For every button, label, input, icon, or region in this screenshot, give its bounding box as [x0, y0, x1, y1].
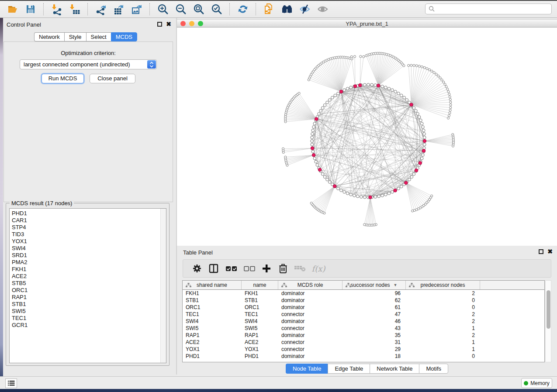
mcds-list-scrollbar[interactable] — [160, 209, 166, 363]
mcds-result-item[interactable]: RAP1 — [12, 294, 166, 301]
import-network-icon[interactable] — [48, 2, 66, 16]
show-all-icon[interactable] — [314, 2, 332, 16]
mcds-result-item[interactable]: SRD1 — [12, 252, 166, 259]
cell-name: STB1 — [242, 297, 278, 303]
export-network-icon[interactable] — [92, 2, 110, 16]
mcds-result-item[interactable]: PMA2 — [12, 259, 166, 266]
console-button[interactable] — [5, 378, 17, 388]
cell-shared-name: SWI4 — [183, 318, 242, 324]
open-file-icon[interactable] — [3, 2, 21, 16]
delete-table-icon[interactable] — [291, 262, 309, 275]
select-all-icon[interactable] — [222, 262, 241, 275]
mcds-result-item[interactable]: STP4 — [12, 224, 166, 231]
run-mcds-button[interactable]: Run MCDS — [42, 74, 84, 83]
import-table-icon[interactable] — [66, 2, 83, 16]
table-tab-node-table[interactable]: Node Table — [286, 364, 328, 374]
mcds-result-item[interactable]: PHD1 — [12, 210, 166, 217]
mcds-result-item[interactable]: STB5 — [12, 280, 166, 287]
zoom-in-icon[interactable] — [154, 2, 172, 16]
criterion-value: largest connected component (undirected) — [24, 61, 130, 68]
table-row[interactable]: FKH1FKH1dominator962 — [183, 290, 544, 297]
column-header-MCDS-role[interactable]: MCDS role — [278, 281, 343, 289]
table-row[interactable]: YOX1YOX1connector291 — [183, 346, 544, 353]
network-title-bar[interactable]: YPA_prune.txt_1 — [177, 19, 557, 28]
mcds-result-list[interactable]: PHD1CAR1STP4TID3YOX1SWI4SRD1PMA2FKH1ACE2… — [9, 208, 166, 363]
control-tab-style[interactable]: Style — [64, 32, 86, 41]
column-header-predecessor-nodes[interactable]: predecessor nodes — [406, 281, 480, 289]
new-network-from-selection-icon[interactable] — [260, 2, 278, 16]
table-settings-gear-icon[interactable] — [189, 262, 205, 275]
zoom-out-icon[interactable] — [172, 2, 190, 16]
mcds-result-item[interactable]: TID3 — [12, 231, 166, 238]
mcds-result-item[interactable]: STB1 — [12, 301, 166, 308]
save-icon[interactable] — [21, 2, 39, 16]
control-tab-network[interactable]: Network — [34, 32, 64, 41]
float-table-panel-icon[interactable] — [539, 249, 543, 254]
export-image-icon[interactable] — [128, 2, 145, 16]
table-tab-network-table[interactable]: Network Table — [370, 364, 419, 374]
mcds-result-item[interactable]: FKH1 — [12, 266, 166, 273]
control-tab-select[interactable]: Select — [86, 32, 111, 41]
table-row[interactable]: ORC1ORC1dominator610 — [183, 304, 544, 311]
mcds-result-item[interactable]: ORC1 — [12, 287, 166, 294]
close-table-panel-icon[interactable]: ✖ — [547, 249, 553, 254]
cell-shared-name: ACE2 — [183, 339, 242, 345]
mcds-result-item[interactable]: CAR1 — [12, 217, 166, 224]
cell-predecessor-nodes: 2 — [406, 311, 480, 317]
zoom-fit-icon[interactable] — [190, 2, 208, 16]
control-panel-title: Control Panel — [7, 21, 41, 28]
network-title: YPA_prune.txt_1 — [177, 21, 557, 27]
table-row[interactable]: PHD1PHD1dominator180 — [183, 353, 544, 360]
first-neighbors-icon[interactable] — [278, 2, 296, 16]
table-row[interactable]: ACE2ACE2connector311 — [183, 339, 544, 346]
export-table-icon[interactable] — [110, 2, 128, 16]
deselect-all-icon[interactable] — [241, 262, 258, 275]
table-header: shared namenameMCDS rolesuccessor nodes … — [183, 281, 544, 290]
hide-selected-icon[interactable] — [296, 2, 314, 16]
cell-successor-nodes: 61 — [343, 304, 406, 310]
cell-name: SWI4 — [242, 318, 278, 324]
mcds-result-item[interactable]: SWI4 — [12, 245, 166, 252]
cell-successor-nodes: 29 — [343, 346, 406, 352]
cell-successor-nodes: 46 — [343, 318, 406, 324]
mcds-result-item[interactable]: SWI5 — [12, 308, 166, 315]
table-tab-edge-table[interactable]: Edge Table — [328, 364, 370, 374]
cell-MCDS-role: dominator — [278, 297, 343, 303]
cell-predecessor-nodes: 0 — [406, 297, 480, 303]
memory-status-icon — [524, 381, 528, 385]
mcds-result-item[interactable]: GCR1 — [12, 322, 166, 329]
toolbar-separator — [149, 3, 150, 15]
add-column-icon[interactable] — [258, 262, 275, 275]
table-row[interactable]: SWI4SWI4dominator462 — [183, 318, 544, 325]
function-builder-icon: f(x) — [309, 262, 328, 275]
column-header-shared-name[interactable]: shared name — [183, 281, 242, 289]
show-columns-icon[interactable] — [205, 262, 222, 275]
memory-label: Memory — [530, 380, 549, 386]
toolbar-separator — [229, 3, 230, 15]
cell-predecessor-nodes: 1 — [406, 346, 480, 352]
zoom-selected-icon[interactable] — [208, 2, 225, 16]
float-panel-icon[interactable] — [157, 22, 162, 27]
criterion-dropdown[interactable]: largest connected component (undirected) — [20, 59, 157, 69]
table-tab-motifs[interactable]: Motifs — [419, 364, 448, 374]
network-canvas[interactable] — [177, 28, 557, 246]
column-header-name[interactable]: name — [242, 281, 278, 289]
delete-column-trash-icon[interactable] — [275, 262, 291, 275]
close-panel-button[interactable]: Close panel — [90, 74, 135, 83]
column-header-successor-nodes[interactable]: successor nodes ▼ — [343, 281, 406, 289]
table-scrollbar[interactable] — [545, 280, 551, 362]
table-row[interactable]: STB1STB1dominator620 — [183, 297, 544, 304]
memory-button[interactable]: Memory — [521, 378, 552, 388]
table-row[interactable]: RAP1RAP1dominator352 — [183, 332, 544, 339]
table-row[interactable]: TEC1TEC1connector472 — [183, 311, 544, 318]
mcds-result-item[interactable]: ACE2 — [12, 273, 166, 280]
mcds-result-item[interactable]: TEC1 — [12, 315, 166, 322]
search-input[interactable] — [425, 3, 552, 14]
close-panel-icon[interactable]: ✖ — [166, 22, 171, 27]
control-tab-mcds[interactable]: MCDS — [111, 32, 137, 41]
table-row[interactable]: SWI5SWI5connector431 — [183, 325, 544, 332]
mcds-result-item[interactable]: YOX1 — [12, 238, 166, 245]
apply-layout-icon[interactable] — [234, 2, 252, 16]
cell-name: SWI5 — [242, 325, 278, 331]
table-tabs: Node TableEdge TableNetwork TableMotifs — [177, 364, 557, 374]
